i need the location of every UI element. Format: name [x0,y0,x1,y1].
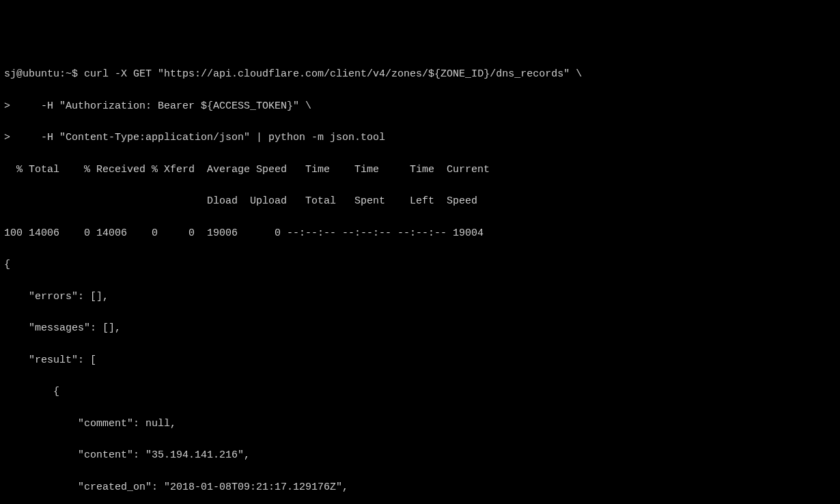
terminal-line-1: sj@ubuntu:~$ curl -X GET "https://api.cl… [4,66,836,82]
json-messages: "messages": [], [4,320,836,336]
shell-prompt: sj@ubuntu:~$ [4,68,84,80]
curl-header-2: Dload Upload Total Spent Left Speed [4,193,836,209]
json-errors: "errors": [], [4,289,836,305]
json-content: "content": "35.194.141.216", [4,447,836,463]
json-item-open: { [4,384,836,400]
curl-stats: 100 14006 0 14006 0 0 19006 0 --:--:-- -… [4,225,836,241]
json-result: "result": [ [4,352,836,368]
json-comment: "comment": null, [4,416,836,432]
command-1: curl -X GET "https://api.cloudflare.com/… [84,68,582,80]
terminal-line-3: > -H "Content-Type:application/json" | p… [4,130,836,145]
json-created-on: "created_on": "2018-01-08T09:21:17.12917… [4,479,836,495]
terminal-line-2: > -H "Authorization: Bearer ${ACCESS_TOK… [4,98,836,114]
curl-header-1: % Total % Received % Xferd Average Speed… [4,162,836,178]
json-open-brace: { [4,257,836,272]
